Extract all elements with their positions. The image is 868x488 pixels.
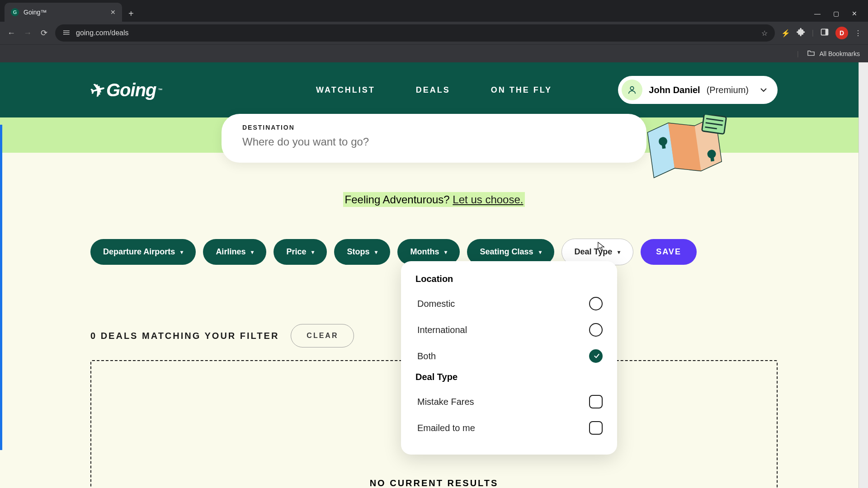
maximize-icon[interactable]: ▢ bbox=[833, 10, 839, 17]
filter-row: Departure Airports▾ Airlines▾ Price▾ Sto… bbox=[0, 206, 868, 265]
user-menu[interactable]: John Daniel (Premium) bbox=[618, 76, 778, 104]
browser-toolbar: ← → ⟳ going.com/deals ☆ ⚡ | D ⋮ bbox=[0, 22, 868, 44]
page-viewport: ✈ Going™ WATCHLIST DEALS ON THE FLY John… bbox=[0, 62, 868, 488]
destination-placeholder: Where do you want to go? bbox=[242, 136, 626, 148]
radio-domestic[interactable] bbox=[589, 297, 603, 310]
logo-text: Going bbox=[106, 80, 156, 100]
main-nav: WATCHLIST DEALS ON THE FLY bbox=[316, 85, 552, 95]
chevron-down-icon bbox=[760, 86, 767, 94]
tab-favicon: G bbox=[11, 8, 19, 16]
browser-titlebar: G Going™ ✕ + — ▢ ✕ bbox=[0, 0, 868, 22]
extension-bolt-icon[interactable]: ⚡ bbox=[781, 29, 790, 38]
checkbox-mistake-fares[interactable] bbox=[589, 395, 603, 408]
results-count: 0 DEALS MATCHING YOUR FILTER bbox=[90, 331, 279, 341]
clear-button[interactable]: CLEAR bbox=[291, 324, 354, 347]
side-panel-icon[interactable] bbox=[820, 28, 829, 38]
folder-icon bbox=[807, 50, 815, 57]
reload-icon[interactable]: ⟳ bbox=[39, 28, 49, 38]
svg-rect-11 bbox=[661, 143, 665, 149]
destination-label: DESTINATION bbox=[242, 124, 626, 131]
option-mistake-fares[interactable]: Mistake Fares bbox=[415, 389, 603, 415]
back-icon[interactable]: ← bbox=[6, 28, 16, 38]
filter-price[interactable]: Price▾ bbox=[274, 239, 327, 265]
deal-type-dropdown: Location Domestic International Both Dea… bbox=[401, 261, 617, 455]
option-domestic[interactable]: Domestic bbox=[415, 291, 603, 317]
chevron-down-icon: ▾ bbox=[180, 249, 183, 255]
site-info-icon[interactable] bbox=[62, 29, 71, 38]
save-button[interactable]: SAVE bbox=[641, 239, 697, 265]
window-controls: — ▢ ✕ bbox=[803, 10, 868, 22]
hero-band: DESTINATION Where do you want to go? bbox=[0, 117, 868, 172]
svg-point-1 bbox=[63, 32, 64, 33]
checkbox-emailed-to-me[interactable] bbox=[589, 421, 603, 435]
option-international[interactable]: International bbox=[415, 317, 603, 343]
chrome-menu-icon[interactable]: ⋮ bbox=[854, 29, 862, 38]
adventurous-prompt: Feeling Adventurous? Let us choose. bbox=[0, 193, 868, 206]
tab-close-icon[interactable]: ✕ bbox=[110, 9, 116, 16]
svg-point-5 bbox=[631, 87, 634, 90]
new-tab-button[interactable]: + bbox=[122, 9, 140, 22]
chevron-down-icon: ▾ bbox=[444, 249, 447, 255]
tab-title: Going™ bbox=[24, 9, 106, 16]
filter-departure-airports[interactable]: Departure Airports▾ bbox=[90, 239, 196, 265]
logo-tm: ™ bbox=[158, 88, 162, 93]
site-logo[interactable]: ✈ Going™ bbox=[90, 80, 162, 100]
chevron-down-icon: ▾ bbox=[375, 249, 377, 255]
svg-point-2 bbox=[63, 33, 64, 34]
site-header: ✈ Going™ WATCHLIST DEALS ON THE FLY John… bbox=[0, 62, 868, 117]
chevron-down-icon: ▾ bbox=[311, 249, 314, 255]
minimize-icon[interactable]: — bbox=[814, 10, 821, 17]
dealtype-heading: Deal Type bbox=[415, 372, 603, 382]
profile-avatar-icon[interactable]: D bbox=[835, 27, 848, 39]
svg-rect-13 bbox=[710, 156, 714, 161]
close-window-icon[interactable]: ✕ bbox=[852, 10, 857, 17]
user-avatar-icon bbox=[622, 80, 642, 100]
let-us-choose-link[interactable]: Let us choose. bbox=[453, 193, 523, 206]
filter-stops[interactable]: Stops▾ bbox=[334, 239, 390, 265]
url-text: going.com/deals bbox=[76, 29, 129, 37]
plane-icon: ✈ bbox=[88, 78, 108, 102]
adventurous-text: Feeling Adventurous? bbox=[345, 193, 453, 206]
option-emailed-to-me[interactable]: Emailed to me bbox=[415, 415, 603, 441]
option-both[interactable]: Both bbox=[415, 343, 603, 369]
no-results-message: NO CURRENT RESULTS bbox=[370, 478, 499, 488]
forward-icon[interactable]: → bbox=[23, 28, 33, 38]
user-plan: (Premium) bbox=[707, 85, 749, 95]
nav-watchlist[interactable]: WATCHLIST bbox=[316, 85, 375, 95]
chevron-down-icon: ▾ bbox=[251, 249, 254, 255]
radio-both[interactable] bbox=[589, 349, 603, 363]
user-name: John Daniel bbox=[649, 85, 700, 95]
extensions-icon[interactable] bbox=[797, 28, 806, 38]
filter-airlines[interactable]: Airlines▾ bbox=[203, 239, 266, 265]
svg-point-0 bbox=[63, 30, 64, 31]
scrollbar-thumb[interactable] bbox=[860, 66, 867, 102]
radio-international[interactable] bbox=[589, 323, 603, 337]
nav-on-the-fly[interactable]: ON THE FLY bbox=[491, 85, 552, 95]
bookmarks-bar: | All Bookmarks bbox=[0, 44, 868, 62]
location-heading: Location bbox=[415, 274, 603, 284]
address-bar[interactable]: going.com/deals ☆ bbox=[55, 24, 775, 42]
bookmark-star-icon[interactable]: ☆ bbox=[761, 29, 768, 38]
mouse-cursor-icon bbox=[597, 241, 605, 253]
nav-deals[interactable]: DEALS bbox=[416, 85, 450, 95]
destination-search-card[interactable]: DESTINATION Where do you want to go? bbox=[222, 114, 646, 163]
map-illustration bbox=[642, 115, 728, 183]
all-bookmarks-link[interactable]: All Bookmarks bbox=[820, 50, 860, 57]
chevron-down-icon: ▾ bbox=[539, 249, 542, 255]
browser-tab[interactable]: G Going™ ✕ bbox=[5, 3, 122, 22]
selection-edge bbox=[0, 125, 2, 450]
svg-rect-4 bbox=[826, 29, 828, 35]
chevron-down-icon: ▾ bbox=[618, 249, 620, 255]
